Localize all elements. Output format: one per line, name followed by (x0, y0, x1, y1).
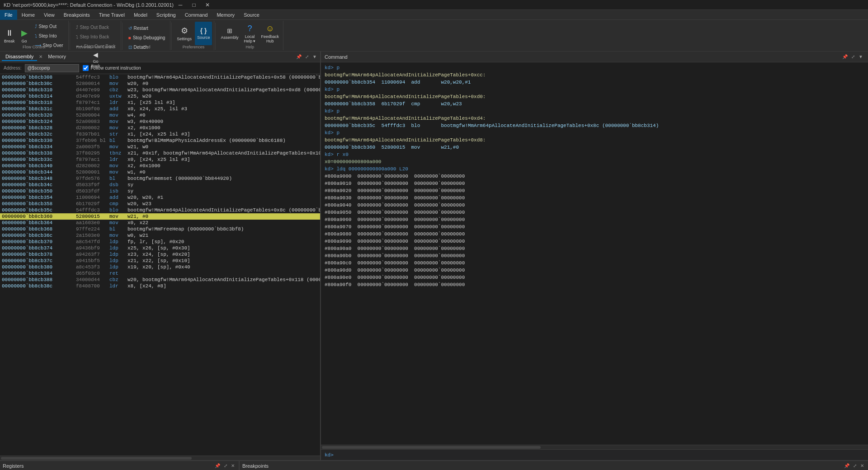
code-line[interactable]: 00000000`bb8cb35411000694addw20, w20, #1 (0, 194, 320, 201)
command-hscroll[interactable] (321, 445, 868, 449)
command-minimize[interactable]: ▼ (857, 54, 864, 60)
code-line[interactable]: 00000000`bb8cb36897ffe224blbootmgfw!MmFr… (0, 226, 320, 232)
code-line[interactable]: 00000000`bb8cb32052800004movw4, #0 (0, 112, 320, 118)
code-line[interactable]: 00000000`bb8cb314d3407e99uxtwx25, w20 (0, 93, 320, 99)
step-out-icon: ⤴ (35, 24, 37, 29)
code-line[interactable]: 00000000`bb8cb30854fffec3blobootmgfw!MmA… (0, 74, 320, 80)
code-line[interactable]: 00000000`bb8cb374a9436bf9ldpx25, x26, [s… (0, 245, 320, 251)
maximize-button[interactable]: □ (187, 0, 201, 10)
code-addr: 00000000`bb8cb350 (2, 188, 74, 194)
command-pop[interactable]: ⤢ (850, 54, 856, 60)
code-view[interactable]: 00000000`bb8cb30854fffec3blobootmgfw!MmA… (0, 74, 320, 289)
code-ops-link[interactable]: bootmgfw!MmArm64pAllocateAndInitializePa… (127, 207, 320, 213)
code-line[interactable]: 00000000`bb8cb310d4407e99cbzw23, bootmgf… (0, 87, 320, 93)
code-line[interactable]: 00000000`bb8cb32452a00083movw3, #0x40000 (0, 118, 320, 125)
local-help-button[interactable]: ? LocalHelp ▾ (241, 22, 258, 45)
menu-source[interactable]: Source (239, 10, 264, 20)
command-pin[interactable]: 📌 (841, 54, 849, 60)
registers-pin[interactable]: 📌 (213, 463, 222, 469)
menu-home[interactable]: Home (17, 10, 39, 20)
menu-file[interactable]: File (0, 10, 17, 20)
registers-pop[interactable]: ⤢ (222, 463, 229, 469)
code-line[interactable]: 00000000`bb8cb38834000d44cbzw20, bootmgf… (0, 277, 320, 283)
source-button[interactable]: { } Source (195, 22, 212, 45)
command-input[interactable] (335, 452, 864, 458)
feedback-hub-button[interactable]: ☺ FeedbackHub (259, 22, 281, 45)
code-line[interactable]: 00000000`bb8cb38cf8408700ldrx8, [x24, #8… (0, 283, 320, 289)
menu-memory[interactable]: Memory (212, 10, 239, 20)
code-ops-link[interactable]: w23, bootmgfw!MmArm64pAllocateAndInitial… (127, 87, 320, 93)
code-line[interactable]: 00000000`bb8cb33037feb96 blblbootmgfw!Bl… (0, 137, 320, 144)
disasm-hscroll[interactable] (0, 456, 320, 460)
code-line[interactable]: 00000000`bb8cb3342a0003f5movw21, w0 (0, 144, 320, 150)
address-input[interactable] (25, 64, 79, 72)
code-ops-link[interactable]: bootmgfw!BlMmMapPhysicalAddressEx (00000… (127, 138, 286, 143)
code-line[interactable]: 00000000`bb8cb36052800015movw21, #0 (0, 213, 320, 220)
code-line[interactable]: 00000000`bb8cb370a8c547fdldpfp, lr, [sp]… (0, 239, 320, 245)
minimize-button[interactable]: ─ (174, 0, 187, 10)
code-line[interactable]: 00000000`bb8cb34cd5033f9fdsbsy (0, 182, 320, 188)
code-line[interactable]: 00000000`bb8cb350d5033fdfisbsy (0, 188, 320, 194)
code-line[interactable]: 00000000`bb8cb34897fde576blbootmgfw!mems… (0, 175, 320, 182)
command-output[interactable]: kd> p bootmgfw!MmArm64pAllocateAndInitia… (321, 62, 868, 445)
follow-checkbox[interactable] (83, 65, 89, 71)
step-out-button[interactable]: ⤴ Step Out (32, 22, 66, 31)
code-line[interactable]: 00000000`bb8cb37ca9415bf5ldpx21, x22, [s… (0, 258, 320, 264)
stop-debugging-button[interactable]: ■ Stop Debugging (125, 33, 169, 42)
code-addr: 00000000`bb8cb348 (2, 176, 74, 181)
menu-command[interactable]: Command (180, 10, 212, 20)
settings-button[interactable]: ⚙ Settings (175, 22, 194, 45)
disasm-scroll-area[interactable]: 00000000`bb8cb30854fffec3blobootmgfw!MmA… (0, 74, 320, 456)
disassembly-close[interactable]: ✕ (39, 54, 42, 59)
tab-memory[interactable]: Memory (44, 53, 70, 61)
code-instr: dsb (109, 182, 127, 188)
disassembly-pin[interactable]: 📌 (295, 54, 303, 60)
code-ops-link[interactable]: bootmgfw!memset (00000000`bb844920) (127, 176, 232, 181)
tab-disassembly[interactable]: Disassembly (2, 53, 37, 61)
breakpoints-close-btn[interactable]: ✕ (859, 463, 865, 469)
code-line[interactable]: 00000000`bb8cb35c54fffdc3blobootmgfw!MmA… (0, 207, 320, 213)
menu-view[interactable]: View (39, 10, 59, 20)
code-bytes: f8397b01 (76, 132, 108, 137)
code-line[interactable]: 00000000`bb8cb36c2a1503e0movw0, w21 (0, 232, 320, 239)
code-line[interactable]: 00000000`bb8cb328d2800002movx2, #0x1000 (0, 125, 320, 131)
menu-time-travel[interactable]: Time Travel (94, 10, 129, 20)
code-line[interactable]: 00000000`bb8cb378a94263f7ldpx23, x24, [s… (0, 251, 320, 258)
code-line[interactable]: 00000000`bb8cb364aa1603e0movx0, x22 (0, 220, 320, 226)
breakpoints-pin[interactable]: 📌 (843, 463, 851, 469)
bottom-area: Registers 📌 ⤢ ✕ Name Value + User+ Kerne… (0, 460, 868, 470)
restart-button[interactable]: ↺ Restart (125, 24, 169, 33)
code-line[interactable]: 00000000`bb8cb33837f80295tbnzx21, #0x1f,… (0, 150, 320, 156)
registers-close-btn[interactable]: ✕ (230, 463, 236, 469)
code-line[interactable]: 00000000`bb8cb318f87974c1ldrx1, [x25 lsl… (0, 99, 320, 106)
close-button[interactable]: ✕ (201, 0, 214, 10)
code-line[interactable]: 00000000`bb8cb380a8c453f3ldpx19, x20, [s… (0, 264, 320, 270)
menu-model[interactable]: Model (129, 10, 152, 20)
code-instr: isb (109, 188, 127, 194)
step-into-back-button[interactable]: ⤵ Step Into Back (73, 32, 119, 41)
step-into-button[interactable]: ⤵ Step Into (32, 31, 66, 40)
code-ops-link[interactable]: x21, #0x1f, bootmgfw!MmArm64pAllocateAnd… (127, 150, 320, 156)
code-line[interactable]: 00000000`bb8cb3586b17029fcmpw20, w23 (0, 201, 320, 207)
code-line[interactable]: 00000000`bb8cb33cf8797ac1ldrx0, [x24, x2… (0, 156, 320, 163)
code-line[interactable]: 00000000`bb8cb31c8b190f00addx0, x24, x25… (0, 106, 320, 112)
go-button[interactable]: ▶ Go (18, 24, 31, 47)
code-line[interactable]: 00000000`bb8cb340d2820002movx2, #0x1000 (0, 163, 320, 169)
code-addr: 00000000`bb8cb324 (2, 119, 74, 124)
code-ops-link[interactable]: w20, bootmgfw!MmArm64pAllocateAndInitial… (127, 277, 320, 282)
code-line[interactable]: 00000000`bb8cb384d65f03c0ret (0, 270, 320, 277)
code-ops-link[interactable]: bootmgfw!MmArm64pAllocateAndInitializePa… (127, 75, 320, 80)
disassembly-pop[interactable]: ⤢ (304, 54, 310, 60)
menu-scripting[interactable]: Scripting (152, 10, 180, 20)
menu-breakpoints[interactable]: Breakpoints (59, 10, 94, 20)
go-back-button[interactable]: ◀ GoBack (89, 51, 103, 69)
code-line[interactable]: 00000000`bb8cb32cf8397b01strx1, [x24, x2… (0, 131, 320, 137)
code-ops-link[interactable]: bootmgfw!MmFreeHeap (00000000`bb8c3bf8) (127, 226, 244, 232)
code-line[interactable]: 00000000`bb8cb30c52800014movw20, #0 (0, 80, 320, 87)
step-out-back-button[interactable]: ⤴ Step Out Back (73, 23, 119, 32)
disassembly-minimize[interactable]: ▼ (311, 54, 318, 60)
assembly-button[interactable]: ⊞ Assembly (218, 22, 241, 45)
breakpoints-pop[interactable]: ⤢ (852, 463, 858, 469)
code-line[interactable]: 00000000`bb8cb34452800001movw1, #0 (0, 169, 320, 175)
break-button[interactable]: ⏸ Break (2, 24, 17, 47)
